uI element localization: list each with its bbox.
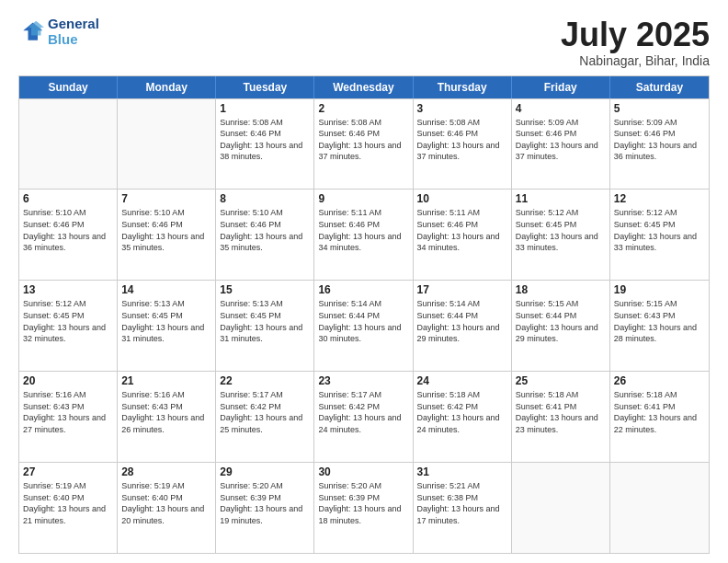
- table-row: 15Sunrise: 5:13 AM Sunset: 6:45 PM Dayli…: [216, 281, 314, 371]
- calendar-body: 1Sunrise: 5:08 AM Sunset: 6:46 PM Daylig…: [19, 98, 709, 553]
- table-row: [19, 99, 118, 190]
- calendar-week-2: 6Sunrise: 5:10 AM Sunset: 6:46 PM Daylig…: [19, 189, 709, 280]
- table-row: 4Sunrise: 5:09 AM Sunset: 6:46 PM Daylig…: [512, 99, 610, 190]
- day-number: 8: [220, 192, 310, 205]
- table-row: 25Sunrise: 5:18 AM Sunset: 6:41 PM Dayli…: [512, 372, 610, 462]
- table-row: 8Sunrise: 5:10 AM Sunset: 6:46 PM Daylig…: [216, 190, 314, 280]
- main-title: July 2025: [561, 17, 710, 53]
- day-info: Sunrise: 5:11 AM Sunset: 6:46 PM Dayligh…: [318, 207, 408, 253]
- day-info: Sunrise: 5:21 AM Sunset: 6:38 PM Dayligh…: [417, 480, 507, 526]
- day-number: 6: [23, 192, 113, 205]
- table-row: 17Sunrise: 5:14 AM Sunset: 6:44 PM Dayli…: [414, 281, 512, 371]
- day-number: 7: [121, 192, 211, 205]
- day-info: Sunrise: 5:19 AM Sunset: 6:40 PM Dayligh…: [121, 480, 211, 526]
- day-info: Sunrise: 5:20 AM Sunset: 6:39 PM Dayligh…: [318, 480, 408, 526]
- table-row: 9Sunrise: 5:11 AM Sunset: 6:46 PM Daylig…: [314, 190, 413, 280]
- table-row: 22Sunrise: 5:17 AM Sunset: 6:42 PM Dayli…: [216, 372, 314, 462]
- page: General Blue July 2025 Nabinagar, Bihar,…: [0, 0, 728, 563]
- day-number: 26: [614, 374, 705, 387]
- day-info: Sunrise: 5:15 AM Sunset: 6:43 PM Dayligh…: [614, 298, 705, 344]
- calendar-header-sunday: Sunday: [19, 76, 118, 98]
- day-number: 15: [220, 283, 310, 296]
- table-row: 11Sunrise: 5:12 AM Sunset: 6:45 PM Dayli…: [512, 190, 610, 280]
- logo-line2: Blue: [48, 31, 78, 47]
- logo: General Blue: [18, 17, 99, 47]
- calendar-week-1: 1Sunrise: 5:08 AM Sunset: 6:46 PM Daylig…: [19, 98, 709, 190]
- table-row: 7Sunrise: 5:10 AM Sunset: 6:46 PM Daylig…: [118, 190, 216, 280]
- day-number: 18: [516, 283, 606, 296]
- logo-icon: [18, 19, 44, 45]
- day-info: Sunrise: 5:11 AM Sunset: 6:46 PM Dayligh…: [417, 207, 507, 253]
- header: General Blue July 2025 Nabinagar, Bihar,…: [18, 17, 710, 68]
- day-info: Sunrise: 5:20 AM Sunset: 6:39 PM Dayligh…: [220, 480, 310, 526]
- table-row: 29Sunrise: 5:20 AM Sunset: 6:39 PM Dayli…: [216, 463, 314, 553]
- day-info: Sunrise: 5:10 AM Sunset: 6:46 PM Dayligh…: [121, 207, 211, 253]
- day-info: Sunrise: 5:14 AM Sunset: 6:44 PM Dayligh…: [318, 298, 408, 344]
- day-number: 27: [23, 465, 113, 478]
- day-number: 4: [516, 102, 606, 115]
- day-number: 14: [121, 283, 211, 296]
- day-number: 9: [318, 192, 408, 205]
- day-info: Sunrise: 5:08 AM Sunset: 6:46 PM Dayligh…: [417, 117, 507, 163]
- day-info: Sunrise: 5:14 AM Sunset: 6:44 PM Dayligh…: [417, 298, 507, 344]
- day-number: 1: [220, 102, 310, 115]
- day-info: Sunrise: 5:09 AM Sunset: 6:46 PM Dayligh…: [614, 117, 705, 163]
- calendar-week-5: 27Sunrise: 5:19 AM Sunset: 6:40 PM Dayli…: [19, 462, 709, 553]
- day-info: Sunrise: 5:12 AM Sunset: 6:45 PM Dayligh…: [23, 298, 113, 344]
- day-number: 2: [318, 102, 408, 115]
- day-number: 13: [23, 283, 113, 296]
- day-number: 5: [614, 102, 705, 115]
- table-row: 3Sunrise: 5:08 AM Sunset: 6:46 PM Daylig…: [414, 99, 512, 190]
- table-row: [610, 463, 709, 553]
- day-info: Sunrise: 5:13 AM Sunset: 6:45 PM Dayligh…: [121, 298, 211, 344]
- calendar-header-friday: Friday: [512, 76, 610, 98]
- day-info: Sunrise: 5:18 AM Sunset: 6:42 PM Dayligh…: [417, 389, 507, 435]
- day-info: Sunrise: 5:13 AM Sunset: 6:45 PM Dayligh…: [220, 298, 310, 344]
- table-row: 2Sunrise: 5:08 AM Sunset: 6:46 PM Daylig…: [314, 99, 413, 190]
- title-block: July 2025 Nabinagar, Bihar, India: [561, 17, 710, 68]
- table-row: 21Sunrise: 5:16 AM Sunset: 6:43 PM Dayli…: [118, 372, 216, 462]
- table-row: 6Sunrise: 5:10 AM Sunset: 6:46 PM Daylig…: [19, 190, 118, 280]
- day-info: Sunrise: 5:09 AM Sunset: 6:46 PM Dayligh…: [516, 117, 606, 163]
- table-row: 5Sunrise: 5:09 AM Sunset: 6:46 PM Daylig…: [610, 99, 709, 190]
- table-row: 12Sunrise: 5:12 AM Sunset: 6:45 PM Dayli…: [610, 190, 709, 280]
- table-row: 1Sunrise: 5:08 AM Sunset: 6:46 PM Daylig…: [216, 99, 314, 190]
- day-number: 11: [516, 192, 606, 205]
- calendar-header-thursday: Thursday: [414, 76, 512, 98]
- day-number: 29: [220, 465, 310, 478]
- day-number: 28: [121, 465, 211, 478]
- table-row: 28Sunrise: 5:19 AM Sunset: 6:40 PM Dayli…: [118, 463, 216, 553]
- day-info: Sunrise: 5:15 AM Sunset: 6:44 PM Dayligh…: [516, 298, 606, 344]
- day-number: 12: [614, 192, 705, 205]
- table-row: 13Sunrise: 5:12 AM Sunset: 6:45 PM Dayli…: [19, 281, 118, 371]
- logo-line1: General: [48, 17, 99, 32]
- day-info: Sunrise: 5:16 AM Sunset: 6:43 PM Dayligh…: [121, 389, 211, 435]
- day-info: Sunrise: 5:18 AM Sunset: 6:41 PM Dayligh…: [614, 389, 705, 435]
- calendar-header-saturday: Saturday: [610, 76, 709, 98]
- day-number: 21: [121, 374, 211, 387]
- calendar: SundayMondayTuesdayWednesdayThursdayFrid…: [18, 75, 710, 554]
- table-row: 26Sunrise: 5:18 AM Sunset: 6:41 PM Dayli…: [610, 372, 709, 462]
- day-info: Sunrise: 5:19 AM Sunset: 6:40 PM Dayligh…: [23, 480, 113, 526]
- calendar-header-monday: Monday: [118, 76, 216, 98]
- day-info: Sunrise: 5:12 AM Sunset: 6:45 PM Dayligh…: [516, 207, 606, 253]
- day-number: 16: [318, 283, 408, 296]
- calendar-week-3: 13Sunrise: 5:12 AM Sunset: 6:45 PM Dayli…: [19, 280, 709, 371]
- day-info: Sunrise: 5:08 AM Sunset: 6:46 PM Dayligh…: [220, 117, 310, 163]
- day-info: Sunrise: 5:10 AM Sunset: 6:46 PM Dayligh…: [220, 207, 310, 253]
- day-number: 20: [23, 374, 113, 387]
- calendar-header-wednesday: Wednesday: [314, 76, 413, 98]
- day-number: 19: [614, 283, 705, 296]
- day-number: 31: [417, 465, 507, 478]
- day-number: 10: [417, 192, 507, 205]
- calendar-header-row: SundayMondayTuesdayWednesdayThursdayFrid…: [19, 76, 709, 98]
- subtitle: Nabinagar, Bihar, India: [561, 53, 710, 68]
- day-number: 3: [417, 102, 507, 115]
- table-row: 24Sunrise: 5:18 AM Sunset: 6:42 PM Dayli…: [414, 372, 512, 462]
- day-number: 22: [220, 374, 310, 387]
- table-row: 20Sunrise: 5:16 AM Sunset: 6:43 PM Dayli…: [19, 372, 118, 462]
- calendar-header-tuesday: Tuesday: [216, 76, 314, 98]
- day-info: Sunrise: 5:10 AM Sunset: 6:46 PM Dayligh…: [23, 207, 113, 253]
- table-row: 16Sunrise: 5:14 AM Sunset: 6:44 PM Dayli…: [314, 281, 413, 371]
- table-row: 18Sunrise: 5:15 AM Sunset: 6:44 PM Dayli…: [512, 281, 610, 371]
